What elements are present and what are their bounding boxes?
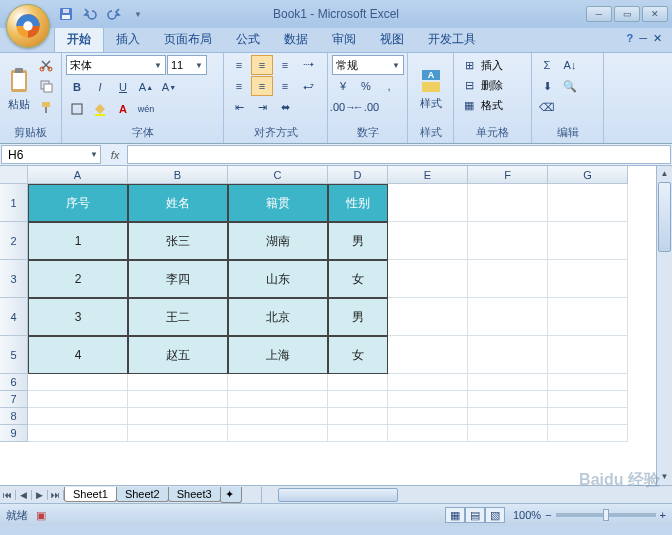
ribbon-minimize-icon[interactable]: ─ [639, 32, 647, 45]
vertical-scrollbar[interactable]: ▲ ▼ [656, 166, 672, 485]
zoom-slider[interactable] [556, 513, 656, 517]
find-icon[interactable]: 🔍 [559, 76, 581, 96]
border-icon[interactable] [66, 99, 88, 119]
tab-view[interactable]: 视图 [368, 27, 416, 52]
cell-B8[interactable] [128, 408, 228, 425]
sheet-tab-2[interactable]: Sheet2 [116, 487, 169, 502]
cell-A3[interactable]: 2 [28, 260, 128, 298]
align-left-icon[interactable]: ≡ [228, 76, 250, 96]
maximize-button[interactable]: ▭ [614, 6, 640, 22]
format-cells-button[interactable]: ▦格式 [458, 95, 527, 115]
merge-center-icon[interactable]: ⬌ [274, 97, 296, 117]
cell-D1[interactable]: 性别 [328, 184, 388, 222]
cell-A6[interactable] [28, 374, 128, 391]
cell-E9[interactable] [388, 425, 468, 442]
row-header-8[interactable]: 8 [0, 408, 28, 425]
cell-G9[interactable] [548, 425, 628, 442]
zoom-slider-thumb[interactable] [603, 509, 609, 521]
cell-C6[interactable] [228, 374, 328, 391]
cell-G4[interactable] [548, 298, 628, 336]
cell-C1[interactable]: 籍贯 [228, 184, 328, 222]
cell-E2[interactable] [388, 222, 468, 260]
col-header-A[interactable]: A [28, 166, 128, 184]
increase-indent-icon[interactable]: ⇥ [251, 97, 273, 117]
cell-C8[interactable] [228, 408, 328, 425]
align-right-icon[interactable]: ≡ [274, 76, 296, 96]
undo-icon[interactable] [80, 4, 100, 24]
format-painter-icon[interactable] [35, 97, 57, 117]
sheet-tab-3[interactable]: Sheet3 [168, 487, 221, 502]
col-header-D[interactable]: D [328, 166, 388, 184]
cell-G8[interactable] [548, 408, 628, 425]
select-all-corner[interactable] [0, 166, 28, 184]
page-layout-view-icon[interactable]: ▤ [465, 507, 485, 523]
tab-page-layout[interactable]: 页面布局 [152, 27, 224, 52]
row-header-7[interactable]: 7 [0, 391, 28, 408]
font-name-combo[interactable]: 宋体▼ [66, 55, 166, 75]
row-header-1[interactable]: 1 [0, 184, 28, 222]
insert-cells-button[interactable]: ⊞插入 [458, 55, 527, 75]
align-center-icon[interactable]: ≡ [251, 76, 273, 96]
cell-E3[interactable] [388, 260, 468, 298]
qat-dropdown-icon[interactable]: ▼ [128, 4, 148, 24]
cell-A9[interactable] [28, 425, 128, 442]
cell-B2[interactable]: 张三 [128, 222, 228, 260]
tab-formulas[interactable]: 公式 [224, 27, 272, 52]
tab-insert[interactable]: 插入 [104, 27, 152, 52]
cell-C2[interactable]: 湖南 [228, 222, 328, 260]
decrease-decimal-icon[interactable]: ←.00 [355, 97, 377, 117]
tab-developer[interactable]: 开发工具 [416, 27, 488, 52]
col-header-B[interactable]: B [128, 166, 228, 184]
cell-B6[interactable] [128, 374, 228, 391]
wrap-text-icon[interactable]: ⮐ [297, 76, 319, 96]
align-middle-icon[interactable]: ≡ [251, 55, 273, 75]
sheet-tab-1[interactable]: Sheet1 [64, 487, 117, 502]
zoom-level[interactable]: 100% [513, 509, 541, 521]
copy-icon[interactable] [35, 76, 57, 96]
save-icon[interactable] [56, 4, 76, 24]
close-button[interactable]: ✕ [642, 6, 668, 22]
delete-cells-button[interactable]: ⊟删除 [458, 75, 527, 95]
formula-input[interactable] [127, 145, 671, 164]
col-header-G[interactable]: G [548, 166, 628, 184]
cell-A1[interactable]: 序号 [28, 184, 128, 222]
cell-E5[interactable] [388, 336, 468, 374]
scroll-thumb[interactable] [658, 182, 671, 252]
cell-D4[interactable]: 男 [328, 298, 388, 336]
sort-filter-icon[interactable]: A↓ [559, 55, 581, 75]
help-icon[interactable]: ? [626, 32, 633, 45]
fx-icon[interactable]: fx [103, 149, 127, 161]
number-format-combo[interactable]: 常规▼ [332, 55, 404, 75]
cell-F2[interactable] [468, 222, 548, 260]
cell-A5[interactable]: 4 [28, 336, 128, 374]
cell-E8[interactable] [388, 408, 468, 425]
doc-close-icon[interactable]: ✕ [653, 32, 662, 45]
cell-B3[interactable]: 李四 [128, 260, 228, 298]
cell-D7[interactable] [328, 391, 388, 408]
cell-F7[interactable] [468, 391, 548, 408]
cell-B1[interactable]: 姓名 [128, 184, 228, 222]
cell-G2[interactable] [548, 222, 628, 260]
sheet-next-icon[interactable]: ▶ [32, 490, 48, 500]
normal-view-icon[interactable]: ▦ [445, 507, 465, 523]
autosum-icon[interactable]: Σ [536, 55, 558, 75]
cell-F3[interactable] [468, 260, 548, 298]
comma-icon[interactable]: , [378, 76, 400, 96]
cell-C7[interactable] [228, 391, 328, 408]
tab-home[interactable]: 开始 [54, 26, 104, 52]
sheet-prev-icon[interactable]: ◀ [16, 490, 32, 500]
cell-F6[interactable] [468, 374, 548, 391]
macro-record-icon[interactable]: ▣ [36, 509, 46, 522]
row-header-6[interactable]: 6 [0, 374, 28, 391]
cell-F5[interactable] [468, 336, 548, 374]
cell-A7[interactable] [28, 391, 128, 408]
cell-E6[interactable] [388, 374, 468, 391]
cell-F8[interactable] [468, 408, 548, 425]
cell-E7[interactable] [388, 391, 468, 408]
styles-button[interactable]: A 样式 [412, 55, 449, 124]
cell-D6[interactable] [328, 374, 388, 391]
cell-F1[interactable] [468, 184, 548, 222]
paste-button[interactable]: 粘贴 [4, 55, 33, 124]
minimize-button[interactable]: ─ [586, 6, 612, 22]
sheet-first-icon[interactable]: ⏮ [0, 490, 16, 500]
